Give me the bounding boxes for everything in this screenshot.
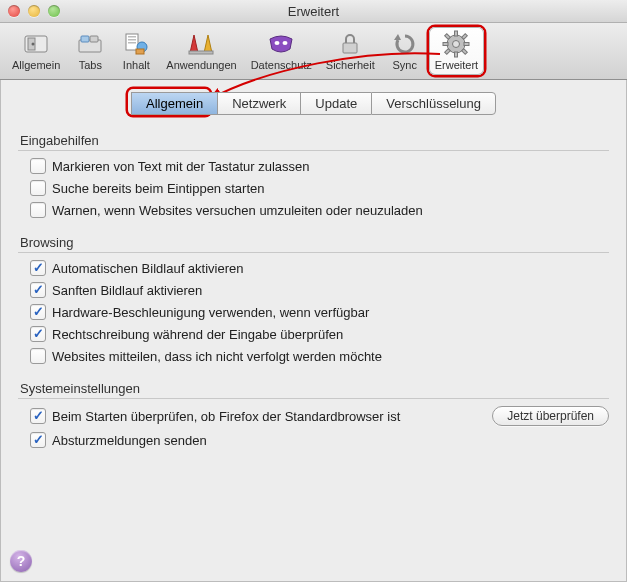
help-button[interactable]: ? bbox=[10, 550, 32, 572]
section-title: Eingabehilfen bbox=[18, 133, 609, 151]
tab-update[interactable]: Update bbox=[300, 92, 371, 115]
toolbar-label: Datenschutz bbox=[251, 59, 312, 71]
checkbox-label: Rechtschreibung während der Eingabe über… bbox=[52, 327, 343, 342]
svg-rect-8 bbox=[128, 39, 136, 41]
content-icon bbox=[121, 30, 151, 58]
svg-rect-28 bbox=[462, 49, 468, 55]
toolbar-privacy[interactable]: Datenschutz bbox=[245, 27, 318, 75]
option-caret-browsing: Markieren von Text mit der Tastatur zula… bbox=[18, 155, 609, 177]
checkbox-label: Hardware-Beschleunigung verwenden, wenn … bbox=[52, 305, 369, 320]
minimize-button[interactable] bbox=[28, 5, 40, 17]
mask-icon bbox=[266, 30, 296, 58]
checkbox-label: Sanften Bildlauf aktivieren bbox=[52, 283, 202, 298]
content-area: Allgemein Netzwerk Update Verschlüsselun… bbox=[0, 80, 627, 481]
checkbox[interactable] bbox=[30, 180, 46, 196]
svg-point-16 bbox=[283, 41, 288, 45]
tab-network[interactable]: Netzwerk bbox=[217, 92, 300, 115]
option-spellcheck: Rechtschreibung während der Eingabe über… bbox=[18, 323, 609, 345]
svg-marker-18 bbox=[394, 34, 401, 40]
svg-point-2 bbox=[32, 43, 35, 46]
close-button[interactable] bbox=[8, 5, 20, 17]
checkbox[interactable] bbox=[30, 304, 46, 320]
checkbox[interactable] bbox=[30, 348, 46, 364]
checkbox-label: Markieren von Text mit der Tastatur zula… bbox=[52, 159, 309, 174]
svg-rect-4 bbox=[81, 36, 89, 42]
option-warn-redirect: Warnen, wenn Websites versuchen umzuleit… bbox=[18, 199, 609, 221]
svg-rect-25 bbox=[445, 34, 451, 40]
svg-marker-12 bbox=[190, 35, 198, 53]
option-autoscroll: Automatischen Bildlauf aktivieren bbox=[18, 257, 609, 279]
toolbar-label: Anwendungen bbox=[166, 59, 236, 71]
checkbox[interactable] bbox=[30, 202, 46, 218]
toolbar-security[interactable]: Sicherheit bbox=[320, 27, 381, 75]
toolbar-advanced[interactable]: Erweitert bbox=[429, 27, 484, 75]
option-crash-reports: Absturzmeldungen senden bbox=[18, 429, 609, 451]
tabs-icon bbox=[75, 30, 105, 58]
svg-rect-22 bbox=[455, 52, 458, 57]
svg-marker-13 bbox=[204, 35, 212, 53]
svg-rect-27 bbox=[445, 49, 451, 55]
option-type-to-search: Suche bereits beim Eintippen starten bbox=[18, 177, 609, 199]
window-title: Erweitert bbox=[0, 4, 627, 19]
toolbar: Allgemein Tabs Inhalt Anwendungen Datens… bbox=[0, 23, 627, 80]
toolbar-label: Inhalt bbox=[123, 59, 150, 71]
checkbox[interactable] bbox=[30, 282, 46, 298]
checkbox[interactable] bbox=[30, 326, 46, 342]
svg-rect-14 bbox=[189, 51, 213, 54]
switch-icon bbox=[21, 30, 51, 58]
help-glyph: ? bbox=[17, 553, 26, 569]
svg-rect-24 bbox=[464, 43, 469, 46]
svg-rect-21 bbox=[455, 31, 458, 36]
checkbox-label: Automatischen Bildlauf aktivieren bbox=[52, 261, 244, 276]
svg-rect-17 bbox=[343, 43, 357, 53]
toolbar-sync[interactable]: Sync bbox=[383, 27, 427, 75]
checkbox-label: Beim Starten überprüfen, ob Firefox der … bbox=[52, 409, 400, 424]
checkbox-label: Suche bereits beim Eintippen starten bbox=[52, 181, 264, 196]
toolbar-label: Allgemein bbox=[12, 59, 60, 71]
check-now-button[interactable]: Jetzt überprüfen bbox=[492, 406, 609, 426]
toolbar-applications[interactable]: Anwendungen bbox=[160, 27, 242, 75]
checkbox-label: Warnen, wenn Websites versuchen umzuleit… bbox=[52, 203, 423, 218]
tabs: Allgemein Netzwerk Update Verschlüsselun… bbox=[18, 92, 609, 115]
svg-rect-11 bbox=[136, 49, 144, 54]
toolbar-label: Erweitert bbox=[435, 59, 478, 71]
tab-label: Verschlüsselung bbox=[386, 96, 481, 111]
checkbox[interactable] bbox=[30, 158, 46, 174]
toolbar-content[interactable]: Inhalt bbox=[114, 27, 158, 75]
svg-rect-7 bbox=[128, 36, 136, 38]
svg-rect-9 bbox=[128, 42, 136, 44]
tab-general[interactable]: Allgemein bbox=[131, 92, 217, 115]
section-title: Systemeinstellungen bbox=[18, 381, 609, 399]
checkbox-label: Absturzmeldungen senden bbox=[52, 433, 207, 448]
section-browsing: Browsing Automatischen Bildlauf aktivier… bbox=[18, 235, 609, 367]
option-dnt: Websites mitteilen, dass ich nicht verfo… bbox=[18, 345, 609, 367]
titlebar: Erweitert bbox=[0, 0, 627, 23]
applications-icon bbox=[186, 30, 216, 58]
svg-point-20 bbox=[453, 41, 460, 48]
toolbar-tabs[interactable]: Tabs bbox=[68, 27, 112, 75]
zoom-button[interactable] bbox=[48, 5, 60, 17]
section-accessibility: Eingabehilfen Markieren von Text mit der… bbox=[18, 133, 609, 221]
toolbar-general[interactable]: Allgemein bbox=[6, 27, 66, 75]
toolbar-label: Tabs bbox=[79, 59, 102, 71]
tab-encryption[interactable]: Verschlüsselung bbox=[371, 92, 496, 115]
preferences-window: Erweitert Allgemein Tabs Inhalt Anwendun… bbox=[0, 0, 627, 582]
option-smooth-scroll: Sanften Bildlauf aktivieren bbox=[18, 279, 609, 301]
toolbar-label: Sync bbox=[393, 59, 417, 71]
tab-label: Netzwerk bbox=[232, 96, 286, 111]
checkbox[interactable] bbox=[30, 408, 46, 424]
tab-label: Update bbox=[315, 96, 357, 111]
svg-point-15 bbox=[275, 41, 280, 45]
option-default-browser: Beim Starten überprüfen, ob Firefox der … bbox=[18, 403, 609, 429]
traffic-lights bbox=[0, 5, 60, 17]
section-system: Systemeinstellungen Beim Starten überprü… bbox=[18, 381, 609, 451]
option-hw-accel: Hardware-Beschleunigung verwenden, wenn … bbox=[18, 301, 609, 323]
checkbox[interactable] bbox=[30, 432, 46, 448]
lock-icon bbox=[335, 30, 365, 58]
section-title: Browsing bbox=[18, 235, 609, 253]
svg-rect-5 bbox=[90, 36, 98, 42]
svg-rect-23 bbox=[443, 43, 448, 46]
checkbox[interactable] bbox=[30, 260, 46, 276]
toolbar-label: Sicherheit bbox=[326, 59, 375, 71]
svg-rect-26 bbox=[462, 34, 468, 40]
